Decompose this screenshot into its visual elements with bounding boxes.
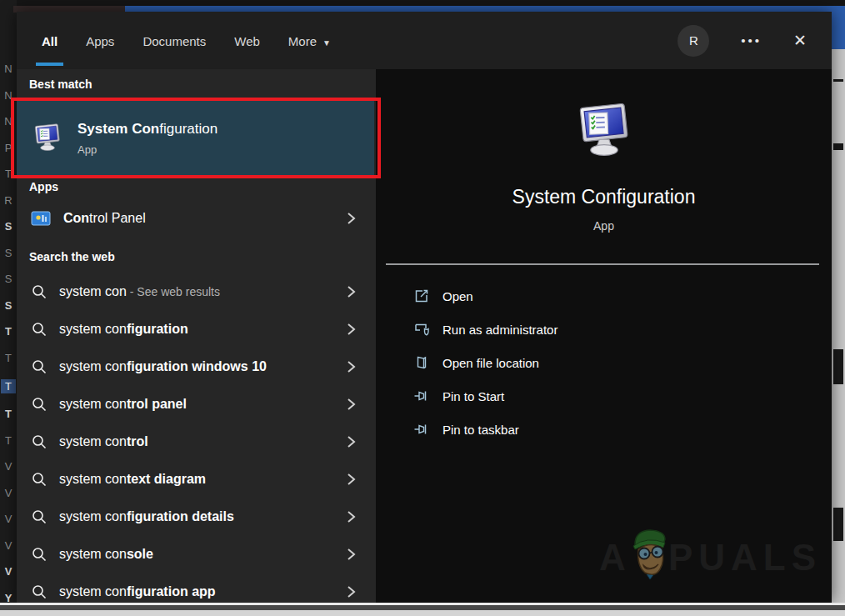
chevron-right-icon[interactable] xyxy=(347,434,356,449)
search-results-panel: Best match System Configuration App Apps xyxy=(17,69,376,603)
filter-tabs: All Apps Documents Web More▼ xyxy=(42,13,331,68)
suggestion-completion: text diagram xyxy=(127,472,206,486)
tab-documents[interactable]: Documents xyxy=(142,13,206,68)
web-suggestion-row[interactable]: system context diagram xyxy=(17,460,376,498)
background-window-right-edge xyxy=(832,6,845,604)
action-label: Pin to Start xyxy=(442,389,504,403)
background-scrollbar-mark xyxy=(833,143,843,150)
background-letter: T xyxy=(5,353,12,363)
action-pin-to-taskbar[interactable]: Pin to taskbar xyxy=(376,413,832,446)
open-file-location-icon xyxy=(413,354,430,371)
chevron-right-icon[interactable] xyxy=(347,509,356,524)
suggestion-typed: system con xyxy=(59,472,127,486)
chevron-right-icon[interactable] xyxy=(347,284,356,299)
user-avatar[interactable]: R xyxy=(678,25,709,57)
search-icon xyxy=(31,433,48,450)
web-suggestion-row[interactable]: system control xyxy=(17,423,376,460)
background-letter: S xyxy=(5,273,12,284)
background-letter: V xyxy=(5,488,12,498)
background-letter: T xyxy=(5,326,12,337)
suggestion-note: - See web results xyxy=(127,285,220,298)
bottom-edge-frame xyxy=(0,610,845,616)
best-match-result-system-configuration[interactable]: System Configuration App xyxy=(17,99,374,177)
background-letter: N xyxy=(4,116,12,127)
tab-all[interactable]: All xyxy=(42,13,58,68)
suggestion-text: system configuration xyxy=(59,322,188,337)
more-options-icon[interactable]: ••• xyxy=(741,33,762,48)
background-letter: P xyxy=(5,143,12,153)
suggestion-typed: system con xyxy=(59,359,127,373)
tab-more[interactable]: More▼ xyxy=(288,13,331,68)
chevron-right-icon[interactable] xyxy=(347,547,356,562)
best-match-title: System Configuration xyxy=(78,121,218,138)
web-suggestion-row[interactable]: system configuration xyxy=(17,310,376,348)
chevron-right-icon[interactable] xyxy=(347,397,356,412)
chevron-right-icon[interactable] xyxy=(347,211,356,226)
suggestion-typed: system con xyxy=(59,322,127,336)
suggestion-text: system configuration app xyxy=(59,584,216,599)
close-icon[interactable]: ✕ xyxy=(793,31,807,50)
search-window-body: Best match System Configuration App Apps xyxy=(17,69,832,603)
background-letter: V xyxy=(5,566,12,577)
web-suggestion-row[interactable]: system configuration windows 10 xyxy=(17,348,376,385)
action-label: Open xyxy=(442,289,473,303)
action-label: Open file location xyxy=(442,356,539,370)
web-suggestion-row[interactable]: system console xyxy=(17,535,376,573)
search-icon xyxy=(31,396,48,413)
tab-apps[interactable]: Apps xyxy=(86,13,114,68)
search-icon xyxy=(31,508,48,525)
search-filter-tabbar: All Apps Documents Web More▼ R ••• ✕ xyxy=(17,12,832,69)
chevron-right-icon[interactable] xyxy=(347,584,356,599)
best-match-subtitle: App xyxy=(78,143,218,156)
control-panel-label-rest: trol Panel xyxy=(89,211,146,225)
open-icon xyxy=(413,288,430,304)
suggestion-completion: figuration app xyxy=(127,584,216,598)
control-panel-icon xyxy=(31,211,51,226)
watermark-text-puals: PUALS xyxy=(668,537,822,578)
suggestion-typed: system con xyxy=(59,547,127,561)
web-suggestion-row[interactable]: system configuration app xyxy=(17,573,376,603)
action-label: Pin to taskbar xyxy=(442,423,519,437)
tab-web[interactable]: Web xyxy=(234,13,260,68)
web-suggestion-row[interactable]: system con - See web results xyxy=(17,273,376,310)
suggestion-text: system con - See web results xyxy=(59,284,220,299)
action-open-file-location[interactable]: Open file location xyxy=(376,346,832,379)
msconfig-monitor-icon xyxy=(573,101,635,163)
detail-subtitle: App xyxy=(376,219,832,233)
action-pin-to-start[interactable]: Pin to Start xyxy=(376,379,832,413)
search-the-web-header: Search the web xyxy=(29,250,115,263)
action-run-as-administrator[interactable]: Run as administrator xyxy=(376,313,832,346)
screenshot-root: N N N P T R S S S S T T T T T V V V V V … xyxy=(0,0,845,616)
chevron-right-icon[interactable] xyxy=(347,322,356,337)
search-icon xyxy=(31,471,48,488)
result-control-panel[interactable]: Control Panel xyxy=(17,199,376,237)
web-suggestion-row[interactable]: system control panel xyxy=(17,385,376,423)
best-match-header: Best match xyxy=(29,78,92,91)
action-open[interactable]: Open xyxy=(376,279,832,313)
search-icon xyxy=(31,358,48,375)
background-window-bottom-edge xyxy=(0,603,845,616)
watermark-text-a: A xyxy=(599,537,632,578)
suggestion-typed: system con xyxy=(59,397,127,411)
suggestion-text: system control panel xyxy=(59,397,187,412)
suggestion-completion: figuration details xyxy=(127,509,234,523)
suggestion-completion: sole xyxy=(127,547,153,561)
chevron-right-icon[interactable] xyxy=(347,359,356,374)
detail-title: System Configuration xyxy=(376,186,832,208)
background-scrollbar-mark xyxy=(833,79,843,82)
chevron-right-icon[interactable] xyxy=(347,472,356,487)
msconfig-monitor-icon xyxy=(32,123,63,154)
background-letter: S xyxy=(5,300,12,311)
suggestion-typed: system con xyxy=(59,584,127,598)
search-icon xyxy=(31,283,48,300)
best-match-title-rest: figuration xyxy=(159,121,218,137)
search-icon xyxy=(31,321,48,338)
control-panel-label-typed: Con xyxy=(63,211,89,225)
background-window-titlebar-corner xyxy=(832,6,845,49)
control-panel-label: Control Panel xyxy=(63,211,146,226)
web-suggestion-row[interactable]: system configuration details xyxy=(17,498,376,535)
suggestion-completion: figuration xyxy=(127,322,188,336)
search-icon xyxy=(31,583,48,600)
background-letter: N xyxy=(4,90,12,101)
background-letter: T xyxy=(5,168,12,179)
